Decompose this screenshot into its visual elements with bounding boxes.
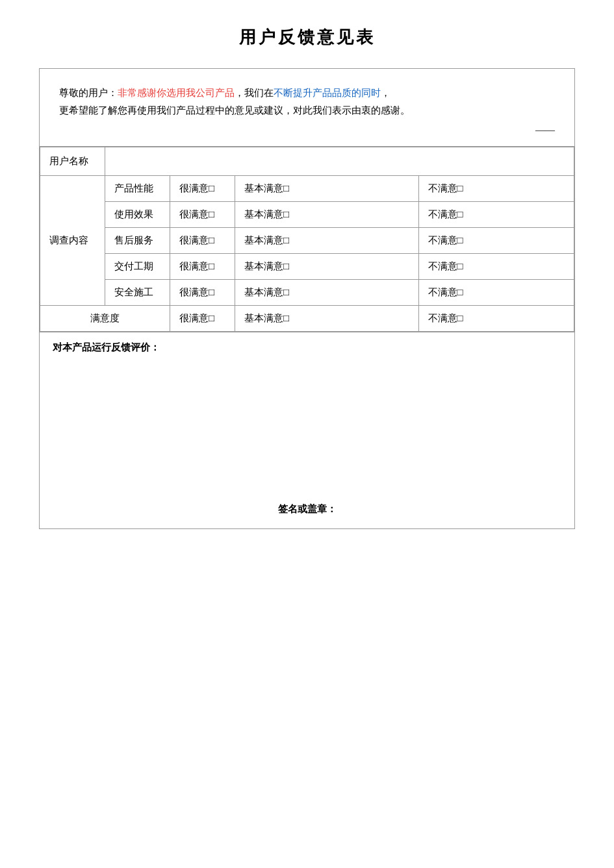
row-option-2-0[interactable]: 很满意□ <box>170 228 235 254</box>
row-option-0-2[interactable]: 不满意□ <box>418 176 574 202</box>
row-category-2: 售后服务 <box>105 228 170 254</box>
row-option-4-1[interactable]: 基本满意□ <box>235 280 419 306</box>
username-row: 用户名称 <box>40 147 574 176</box>
satisfaction-label: 满意度 <box>40 306 170 332</box>
satisfaction-option-0[interactable]: 很满意□ <box>170 306 235 332</box>
intro-red: 非常感谢你选用我公司产品 <box>118 88 235 98</box>
intro-prefix: 尊敬的用户： <box>59 88 118 98</box>
table-row: 售后服务 很满意□ 基本满意□ 不满意□ <box>40 228 574 254</box>
table-row: 调查内容 产品性能 很满意□ 基本满意□ 不满意□ <box>40 176 574 202</box>
satisfaction-option-2[interactable]: 不满意□ <box>418 306 574 332</box>
row-option-3-1[interactable]: 基本满意□ <box>235 254 419 280</box>
form-container: 尊敬的用户：非常感谢你选用我公司产品，我们在不断提升产品品质的同时， 更希望能了… <box>39 68 575 529</box>
signature-section: 签名或盖章： <box>53 490 561 528</box>
table-row: 安全施工 很满意□ 基本满意□ 不满意□ <box>40 280 574 306</box>
page-title: 用户反馈意见表 <box>239 26 376 49</box>
row-option-2-2[interactable]: 不满意□ <box>418 228 574 254</box>
username-label: 用户名称 <box>40 147 105 176</box>
survey-table: 用户名称 调查内容 产品性能 很满意□ 基本满意□ 不满意□ 使用效果 很满意□… <box>40 147 574 332</box>
row-option-1-1[interactable]: 基本满意□ <box>235 202 419 228</box>
row-category-3: 交付工期 <box>105 254 170 280</box>
intro-section: 尊敬的用户：非常感谢你选用我公司产品，我们在不断提升产品品质的同时， 更希望能了… <box>40 69 574 147</box>
signature-label: 签名或盖章： <box>278 504 337 514</box>
row-option-1-0[interactable]: 很满意□ <box>170 202 235 228</box>
row-option-0-0[interactable]: 很满意□ <box>170 176 235 202</box>
feedback-section: 对本产品运行反馈评价： 签名或盖章： <box>40 332 574 528</box>
feedback-content-area[interactable] <box>53 360 561 490</box>
row-option-3-0[interactable]: 很满意□ <box>170 254 235 280</box>
satisfaction-row: 满意度 很满意□ 基本满意□ 不满意□ <box>40 306 574 332</box>
row-option-1-2[interactable]: 不满意□ <box>418 202 574 228</box>
intro-mid2: ， <box>381 88 390 98</box>
row-category-1: 使用效果 <box>105 202 170 228</box>
survey-category-label: 调查内容 <box>40 176 105 306</box>
row-option-0-1[interactable]: 基本满意□ <box>235 176 419 202</box>
intro-mid1: ，我们在 <box>235 88 274 98</box>
intro-blue: 不断提升产品品质的同时 <box>274 88 381 98</box>
row-category-0: 产品性能 <box>105 176 170 202</box>
satisfaction-option-1[interactable]: 基本满意□ <box>235 306 419 332</box>
dash-line: —— <box>535 125 555 136</box>
row-option-3-2[interactable]: 不满意□ <box>418 254 574 280</box>
row-option-2-1[interactable]: 基本满意□ <box>235 228 419 254</box>
row-category-4: 安全施工 <box>105 280 170 306</box>
row-option-4-2[interactable]: 不满意□ <box>418 280 574 306</box>
username-value[interactable] <box>105 147 574 176</box>
intro-text: 尊敬的用户：非常感谢你选用我公司产品，我们在不断提升产品品质的同时， 更希望能了… <box>59 84 555 119</box>
intro-line2: 更希望能了解您再使用我们产品过程中的意见或建议，对此我们表示由衷的感谢。 <box>59 105 410 116</box>
row-option-4-0[interactable]: 很满意□ <box>170 280 235 306</box>
feedback-label: 对本产品运行反馈评价： <box>53 341 561 354</box>
table-row: 交付工期 很满意□ 基本满意□ 不满意□ <box>40 254 574 280</box>
table-row: 使用效果 很满意□ 基本满意□ 不满意□ <box>40 202 574 228</box>
